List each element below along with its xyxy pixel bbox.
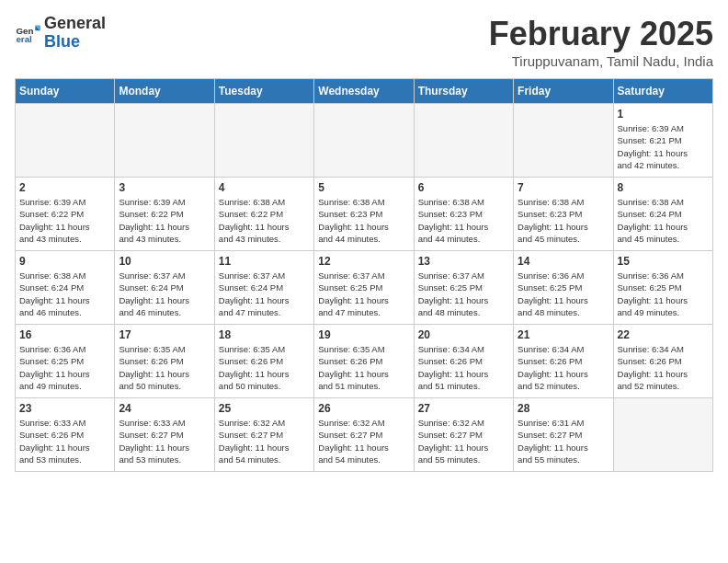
day-number: 17 bbox=[119, 328, 210, 341]
day-number: 16 bbox=[19, 328, 110, 341]
day-number: 28 bbox=[518, 402, 609, 415]
day-number: 22 bbox=[618, 328, 709, 341]
calendar-cell bbox=[214, 104, 313, 178]
day-info: Sunrise: 6:36 AMSunset: 6:25 PMDaylight:… bbox=[518, 270, 609, 318]
day-number: 13 bbox=[418, 255, 509, 268]
day-number: 7 bbox=[518, 181, 609, 194]
day-info: Sunrise: 6:37 AMSunset: 6:24 PMDaylight:… bbox=[119, 270, 210, 318]
day-info: Sunrise: 6:36 AMSunset: 6:25 PMDaylight:… bbox=[19, 343, 110, 392]
weekday-header-row: SundayMondayTuesdayWednesdayThursdayFrid… bbox=[16, 79, 713, 104]
day-info: Sunrise: 6:38 AMSunset: 6:23 PMDaylight:… bbox=[318, 196, 409, 245]
calendar-cell: 16Sunrise: 6:36 AMSunset: 6:25 PMDayligh… bbox=[16, 325, 115, 398]
calendar-cell: 3Sunrise: 6:39 AMSunset: 6:22 PMDaylight… bbox=[115, 178, 214, 251]
day-number: 11 bbox=[219, 255, 310, 268]
day-number: 8 bbox=[618, 181, 709, 194]
calendar-cell: 12Sunrise: 6:37 AMSunset: 6:25 PMDayligh… bbox=[314, 251, 414, 325]
logo-icon: Gen eral bbox=[15, 20, 40, 46]
day-number: 4 bbox=[219, 181, 310, 194]
day-info: Sunrise: 6:38 AMSunset: 6:23 PMDaylight:… bbox=[418, 196, 509, 245]
day-info: Sunrise: 6:37 AMSunset: 6:24 PMDaylight:… bbox=[219, 270, 310, 318]
calendar-cell bbox=[16, 104, 115, 178]
calendar-cell: 11Sunrise: 6:37 AMSunset: 6:24 PMDayligh… bbox=[214, 251, 313, 325]
day-info: Sunrise: 6:32 AMSunset: 6:27 PMDaylight:… bbox=[318, 417, 409, 465]
calendar-cell: 24Sunrise: 6:33 AMSunset: 6:27 PMDayligh… bbox=[115, 398, 214, 472]
day-info: Sunrise: 6:35 AMSunset: 6:26 PMDaylight:… bbox=[219, 343, 310, 392]
day-number: 24 bbox=[119, 402, 210, 415]
calendar-cell: 9Sunrise: 6:38 AMSunset: 6:24 PMDaylight… bbox=[16, 251, 115, 325]
day-info: Sunrise: 6:38 AMSunset: 6:24 PMDaylight:… bbox=[19, 270, 110, 318]
day-info: Sunrise: 6:35 AMSunset: 6:26 PMDaylight:… bbox=[318, 343, 409, 392]
day-info: Sunrise: 6:32 AMSunset: 6:27 PMDaylight:… bbox=[418, 417, 509, 465]
calendar-cell bbox=[414, 104, 513, 178]
calendar-week-row: 1Sunrise: 6:39 AMSunset: 6:21 PMDaylight… bbox=[16, 104, 713, 178]
calendar-cell: 27Sunrise: 6:32 AMSunset: 6:27 PMDayligh… bbox=[414, 398, 513, 472]
calendar-cell: 2Sunrise: 6:39 AMSunset: 6:22 PMDaylight… bbox=[16, 178, 115, 251]
calendar-table: SundayMondayTuesdayWednesdayThursdayFrid… bbox=[15, 78, 713, 472]
calendar-cell: 6Sunrise: 6:38 AMSunset: 6:23 PMDaylight… bbox=[414, 178, 513, 251]
calendar-cell: 20Sunrise: 6:34 AMSunset: 6:26 PMDayligh… bbox=[414, 325, 513, 398]
calendar-cell: 4Sunrise: 6:38 AMSunset: 6:22 PMDaylight… bbox=[214, 178, 313, 251]
day-info: Sunrise: 6:38 AMSunset: 6:24 PMDaylight:… bbox=[618, 196, 709, 245]
weekday-header-tuesday: Tuesday bbox=[214, 79, 313, 104]
day-number: 25 bbox=[219, 402, 310, 415]
day-number: 20 bbox=[418, 328, 509, 341]
calendar-cell bbox=[613, 398, 712, 472]
weekday-header-friday: Friday bbox=[514, 79, 613, 104]
day-info: Sunrise: 6:38 AMSunset: 6:23 PMDaylight:… bbox=[518, 196, 609, 245]
page-header: Gen eral General Blue February 2025 Tiru… bbox=[15, 15, 713, 69]
title-block: February 2025 Tiruppuvanam, Tamil Nadu, … bbox=[489, 15, 713, 69]
logo: Gen eral General Blue bbox=[15, 15, 106, 52]
day-info: Sunrise: 6:37 AMSunset: 6:25 PMDaylight:… bbox=[418, 270, 509, 318]
calendar-cell bbox=[115, 104, 214, 178]
weekday-header-monday: Monday bbox=[115, 79, 214, 104]
day-info: Sunrise: 6:36 AMSunset: 6:25 PMDaylight:… bbox=[618, 270, 709, 318]
calendar-cell: 13Sunrise: 6:37 AMSunset: 6:25 PMDayligh… bbox=[414, 251, 513, 325]
calendar-cell bbox=[514, 104, 613, 178]
calendar-cell: 10Sunrise: 6:37 AMSunset: 6:24 PMDayligh… bbox=[115, 251, 214, 325]
month-year-title: February 2025 bbox=[489, 15, 713, 53]
day-number: 10 bbox=[119, 255, 210, 268]
calendar-cell: 17Sunrise: 6:35 AMSunset: 6:26 PMDayligh… bbox=[115, 325, 214, 398]
calendar-cell: 5Sunrise: 6:38 AMSunset: 6:23 PMDaylight… bbox=[314, 178, 414, 251]
location-subtitle: Tiruppuvanam, Tamil Nadu, India bbox=[489, 53, 713, 69]
logo-general-text: General bbox=[44, 14, 106, 32]
calendar-cell: 21Sunrise: 6:34 AMSunset: 6:26 PMDayligh… bbox=[514, 325, 613, 398]
day-number: 14 bbox=[518, 255, 609, 268]
day-info: Sunrise: 6:38 AMSunset: 6:22 PMDaylight:… bbox=[219, 196, 310, 245]
day-info: Sunrise: 6:33 AMSunset: 6:27 PMDaylight:… bbox=[119, 417, 210, 465]
day-number: 12 bbox=[318, 255, 409, 268]
calendar-cell bbox=[314, 104, 414, 178]
svg-text:eral: eral bbox=[16, 34, 32, 44]
day-number: 3 bbox=[119, 181, 210, 194]
weekday-header-thursday: Thursday bbox=[414, 79, 513, 104]
day-info: Sunrise: 6:37 AMSunset: 6:25 PMDaylight:… bbox=[318, 270, 409, 318]
calendar-cell: 15Sunrise: 6:36 AMSunset: 6:25 PMDayligh… bbox=[613, 251, 712, 325]
day-info: Sunrise: 6:39 AMSunset: 6:22 PMDaylight:… bbox=[119, 196, 210, 245]
day-info: Sunrise: 6:34 AMSunset: 6:26 PMDaylight:… bbox=[618, 343, 709, 392]
day-number: 23 bbox=[19, 402, 110, 415]
calendar-cell: 1Sunrise: 6:39 AMSunset: 6:21 PMDaylight… bbox=[613, 104, 712, 178]
day-info: Sunrise: 6:33 AMSunset: 6:26 PMDaylight:… bbox=[19, 417, 110, 465]
calendar-cell: 28Sunrise: 6:31 AMSunset: 6:27 PMDayligh… bbox=[514, 398, 613, 472]
day-info: Sunrise: 6:34 AMSunset: 6:26 PMDaylight:… bbox=[418, 343, 509, 392]
calendar-cell: 19Sunrise: 6:35 AMSunset: 6:26 PMDayligh… bbox=[314, 325, 414, 398]
calendar-cell: 25Sunrise: 6:32 AMSunset: 6:27 PMDayligh… bbox=[214, 398, 313, 472]
weekday-header-wednesday: Wednesday bbox=[314, 79, 414, 104]
logo-blue-text: Blue bbox=[44, 32, 80, 51]
day-info: Sunrise: 6:39 AMSunset: 6:21 PMDaylight:… bbox=[618, 122, 709, 171]
calendar-cell: 8Sunrise: 6:38 AMSunset: 6:24 PMDaylight… bbox=[613, 178, 712, 251]
calendar-week-row: 2Sunrise: 6:39 AMSunset: 6:22 PMDaylight… bbox=[16, 178, 713, 251]
weekday-header-sunday: Sunday bbox=[16, 79, 115, 104]
calendar-week-row: 23Sunrise: 6:33 AMSunset: 6:26 PMDayligh… bbox=[16, 398, 713, 472]
calendar-cell: 7Sunrise: 6:38 AMSunset: 6:23 PMDaylight… bbox=[514, 178, 613, 251]
day-number: 26 bbox=[318, 402, 409, 415]
day-info: Sunrise: 6:35 AMSunset: 6:26 PMDaylight:… bbox=[119, 343, 210, 392]
day-number: 18 bbox=[219, 328, 310, 341]
calendar-week-row: 9Sunrise: 6:38 AMSunset: 6:24 PMDaylight… bbox=[16, 251, 713, 325]
weekday-header-saturday: Saturday bbox=[613, 79, 712, 104]
day-number: 5 bbox=[318, 181, 409, 194]
day-number: 21 bbox=[518, 328, 609, 341]
calendar-week-row: 16Sunrise: 6:36 AMSunset: 6:25 PMDayligh… bbox=[16, 325, 713, 398]
calendar-cell: 26Sunrise: 6:32 AMSunset: 6:27 PMDayligh… bbox=[314, 398, 414, 472]
calendar-cell: 14Sunrise: 6:36 AMSunset: 6:25 PMDayligh… bbox=[514, 251, 613, 325]
